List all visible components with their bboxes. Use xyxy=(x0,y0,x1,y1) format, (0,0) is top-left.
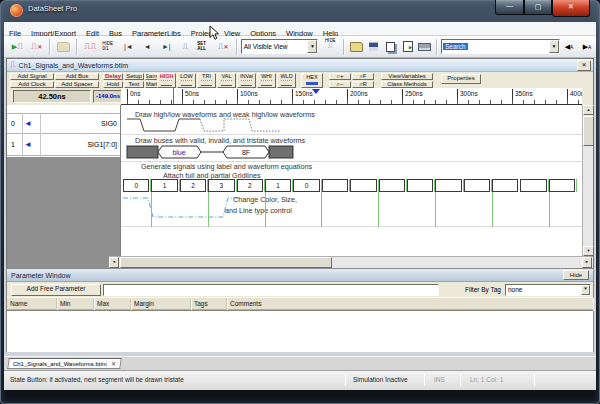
hide-parameter-button[interactable]: Hide xyxy=(563,270,589,280)
simulation-status: Simulation Inactive xyxy=(353,371,408,389)
signal-arrow-icon[interactable]: ◄ xyxy=(24,119,32,128)
search-input[interactable]: Search xyxy=(443,43,468,50)
view-variables-button[interactable]: ViewVariables xyxy=(381,73,433,81)
wave-state-button[interactable]: WHI xyxy=(257,73,276,88)
zoom-in-button[interactable]: ⌕+ xyxy=(329,73,351,81)
marker-triangle-icon[interactable] xyxy=(312,89,320,98)
dropdown-arrow-icon[interactable]: ▼ xyxy=(549,40,559,53)
bus-cell[interactable] xyxy=(492,179,518,192)
scroll-up-icon[interactable]: ▲ xyxy=(583,105,594,115)
maximize-button[interactable]: ▢ xyxy=(524,0,552,15)
wave-state-button[interactable]: LOW xyxy=(177,73,196,88)
print-icon[interactable] xyxy=(416,37,433,56)
bus-cell[interactable]: 2 xyxy=(180,179,206,192)
signal-row[interactable]: 0 ◄ SIG0 xyxy=(7,113,120,134)
add-clock-button[interactable]: Add Clock xyxy=(10,81,54,89)
bus-cell[interactable]: 1 xyxy=(265,179,291,192)
zoom-range-button[interactable]: ⌕R xyxy=(352,81,374,89)
parameter-title: Parameter Window xyxy=(7,272,563,279)
open-file-icon[interactable] xyxy=(348,37,365,56)
parameter-table-body[interactable] xyxy=(7,310,593,352)
copy-icon[interactable] xyxy=(382,37,399,56)
bus-cell[interactable] xyxy=(407,179,433,192)
parameter-titlebar: Parameter Window Hide xyxy=(7,269,593,282)
step-back-icon[interactable]: ◄ xyxy=(138,37,157,56)
parameter-controls: Add Free Parameter Filter By Tag none ▼ xyxy=(7,282,593,297)
scroll-down-icon[interactable]: ▼ xyxy=(583,246,594,256)
dropdown-arrow-icon[interactable]: ▼ xyxy=(307,40,317,53)
wave-state-button[interactable]: INVal xyxy=(237,73,256,88)
scroll-left-icon[interactable]: ◄ xyxy=(109,257,119,268)
properties-button[interactable]: Properties xyxy=(441,74,481,84)
horizontal-scrollbar[interactable]: ◄ ► xyxy=(109,256,593,268)
hide-waveform-button[interactable]: HIDE ⎍ xyxy=(320,38,340,55)
class-methods-button[interactable]: Class Methods xyxy=(381,81,433,89)
hscroll-thumb[interactable] xyxy=(120,257,332,268)
dropdown-arrow-icon[interactable]: ▼ xyxy=(581,285,590,295)
signal-row[interactable]: 1 ◄ SIG1[7:0] xyxy=(7,135,120,156)
edge-tool-icon[interactable]: ⎍⎍ xyxy=(81,37,100,56)
wave-state-button[interactable]: VAL xyxy=(217,73,236,88)
search-prev-icon[interactable]: ◀A xyxy=(560,37,578,56)
waveform-canvas[interactable]: Draw high/low waveforms and weak high/lo… xyxy=(121,105,582,256)
signal-name[interactable]: SIG0 xyxy=(101,120,117,127)
toolbar-separator xyxy=(76,39,78,55)
filter-tag-dropdown[interactable]: none ▼ xyxy=(505,284,591,296)
bus-cell[interactable] xyxy=(549,179,575,192)
save-icon[interactable] xyxy=(365,37,382,56)
delay-button[interactable]: Delay xyxy=(103,73,123,81)
bus-cell[interactable]: 2 xyxy=(237,179,263,192)
add-bus-button[interactable]: Add Bus xyxy=(55,73,99,81)
document-close-icon[interactable]: ✕ xyxy=(577,60,591,71)
parameter-input[interactable] xyxy=(103,284,439,296)
scroll-right-icon[interactable]: ► xyxy=(582,257,592,268)
bus-cell[interactable] xyxy=(520,179,546,192)
sig0-wave xyxy=(127,119,200,131)
run-waveform-button[interactable]: ▶⎍ xyxy=(8,37,27,56)
time-ruler[interactable]: 0ns50ns100ns150ns200ns250ns300ns350ns400… xyxy=(121,88,582,105)
gridline-bus-row[interactable]: 0123210 xyxy=(123,179,579,192)
add-free-parameter-button[interactable]: Add Free Parameter xyxy=(11,284,101,296)
open-disabled-icon[interactable] xyxy=(54,37,73,56)
document-tab[interactable]: Ch1_Signals_and_Waveforms.btim ✕ xyxy=(7,358,121,369)
add-spacer-button[interactable]: Add Spacer xyxy=(55,81,99,89)
bus-cell[interactable]: 0 xyxy=(293,179,319,192)
wave-state-button[interactable]: TRI xyxy=(197,73,216,88)
minimize-button[interactable]: — xyxy=(495,0,524,15)
add-signal-button[interactable]: Add Signal xyxy=(10,73,54,81)
zoom-fit-button[interactable]: ⌕F xyxy=(352,73,374,81)
mouse-cursor xyxy=(209,26,220,41)
search-next-icon[interactable]: ▶A xyxy=(578,37,596,56)
hold-button[interactable]: Hold xyxy=(103,81,123,89)
jump-first-icon[interactable]: |◄ xyxy=(119,37,138,56)
text-button[interactable]: Text xyxy=(124,81,144,89)
tab-label[interactable]: Ch1_Signals_and_Waveforms.btim xyxy=(13,361,107,367)
delete-waveform-button[interactable]: ⎍✕ xyxy=(27,37,46,56)
bus-cell[interactable] xyxy=(350,179,376,192)
export-icon[interactable]: ▶ xyxy=(399,37,416,56)
zoom-out-button[interactable]: ⌕− xyxy=(329,81,351,89)
vertical-scrollbar[interactable]: ▲ ▼ xyxy=(582,105,593,256)
bus-cell[interactable] xyxy=(464,179,490,192)
view-selector[interactable]: All Visible View ▼ xyxy=(241,39,319,54)
step-forward-icon[interactable]: ►| xyxy=(157,37,176,56)
bus-cell[interactable] xyxy=(435,179,461,192)
signal-arrow-icon[interactable]: ◄ xyxy=(24,140,32,149)
bus-cell[interactable]: 1 xyxy=(151,179,177,192)
setup-button[interactable]: Setup xyxy=(124,73,144,81)
hide-01-button[interactable]: HIDE 0/1 xyxy=(100,37,119,56)
status-divider xyxy=(345,374,346,386)
bus-cell[interactable] xyxy=(379,179,405,192)
bus-cell[interactable]: 3 xyxy=(208,179,234,192)
one-shot-icon[interactable]: ⎍ xyxy=(176,37,195,56)
signal-name[interactable]: SIG1[7:0] xyxy=(87,141,117,148)
hex-button[interactable]: HEX xyxy=(301,73,323,88)
wave-state-button[interactable]: HIGH xyxy=(157,73,176,88)
search-combobox[interactable]: Search ▼ xyxy=(441,39,560,54)
vscroll-thumb[interactable] xyxy=(583,116,594,146)
tab-close-icon[interactable]: ✕ xyxy=(111,360,116,367)
wave-state-button[interactable]: WLD xyxy=(277,73,296,88)
bus-cell[interactable]: 0 xyxy=(123,179,149,192)
bus-cell[interactable] xyxy=(322,179,348,192)
close-button[interactable]: ✕ xyxy=(552,0,590,17)
